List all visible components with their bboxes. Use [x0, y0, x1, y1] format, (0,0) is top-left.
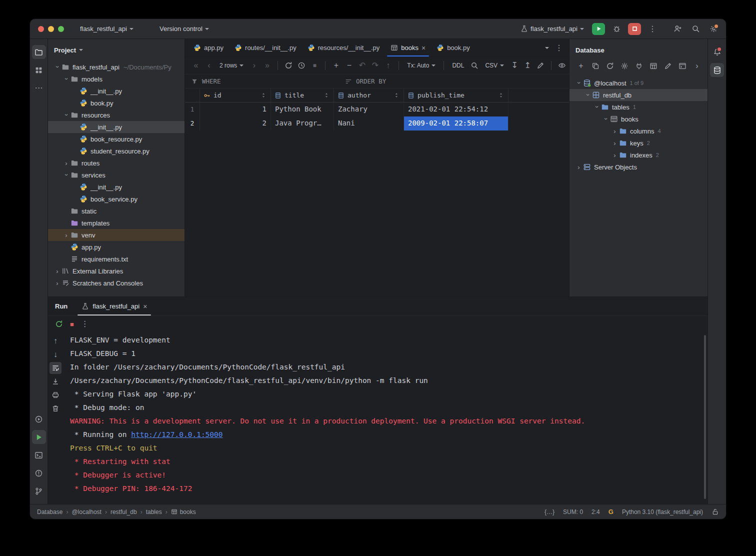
revert-button[interactable]: ↶: [356, 60, 368, 72]
tree-item-tables[interactable]: ›tables1: [570, 101, 708, 113]
page-size-selector[interactable]: 2 rows: [216, 62, 247, 69]
tree-item-server-objects[interactable]: ›Server Objects: [570, 161, 708, 173]
cell-title[interactable]: Java Progr…: [271, 116, 334, 130]
column-header-author[interactable]: author: [334, 88, 404, 102]
problems-tool-window-button[interactable]: [32, 466, 46, 480]
modify-table-button[interactable]: [662, 60, 674, 72]
refresh-button[interactable]: [604, 60, 616, 72]
debug-button[interactable]: [610, 22, 623, 36]
breadcrumb-tables[interactable]: tables: [145, 508, 163, 516]
tree-item-external-libraries[interactable]: ›External Libraries: [48, 265, 184, 277]
editor-tab-book-py[interactable]: book.py: [431, 39, 476, 56]
sort-toggle-icon[interactable]: [393, 92, 400, 98]
chevron-right-icon[interactable]: ›: [53, 280, 62, 287]
cell-publish-time[interactable]: 2009-02-01 22:58:07: [404, 116, 508, 130]
search-everywhere-button[interactable]: [689, 22, 702, 36]
breadcrumb-restful-db[interactable]: restful_db: [110, 508, 138, 516]
tab-options-button[interactable]: ⋮: [555, 44, 563, 52]
soft-wrap-button[interactable]: [50, 362, 62, 374]
delete-row-button[interactable]: −: [343, 60, 355, 72]
chevron-right-icon[interactable]: ›: [610, 140, 619, 147]
tree-item-restful-db[interactable]: ›restful_db: [570, 89, 708, 101]
tree-item-book-service-py[interactable]: book_service.py: [48, 193, 184, 205]
editor-tab-books[interactable]: books×: [385, 39, 431, 56]
tree-item-book-py[interactable]: book.py: [48, 97, 184, 109]
stop-process-button[interactable]: ■: [70, 320, 74, 328]
tree-item-models[interactable]: ›models: [48, 73, 184, 85]
minimize-window-button[interactable]: [48, 26, 54, 32]
tree-item-requirements-txt[interactable]: requirements.txt: [48, 253, 184, 265]
cell-publish-time[interactable]: 2021-02-01 22:54:12: [404, 102, 508, 116]
run-button[interactable]: [592, 23, 605, 35]
project-widget[interactable]: flask_restful_api: [77, 23, 136, 34]
column-header-id[interactable]: id: [200, 88, 271, 102]
cancel-query-button[interactable]: ■: [308, 60, 320, 72]
vcs-widget[interactable]: Version control: [156, 23, 212, 34]
ddl-button[interactable]: DDL: [448, 62, 468, 69]
chevron-right-icon[interactable]: ›: [610, 152, 619, 159]
maximize-window-button[interactable]: [58, 26, 64, 32]
project-tool-window-button[interactable]: [32, 45, 46, 59]
tree-item-app-py[interactable]: app.py: [48, 241, 184, 253]
view-options-button[interactable]: [556, 60, 568, 72]
chevron-down-icon[interactable]: ›: [54, 62, 62, 71]
disconnect-button[interactable]: [634, 60, 644, 72]
tree-item-services[interactable]: ›services: [48, 169, 184, 181]
breadcrumb-localhost[interactable]: @localhost: [70, 508, 102, 516]
tree-item-books[interactable]: ›books: [570, 113, 708, 125]
run-tab-flask-restful-api[interactable]: flask_restful_api ×: [76, 297, 152, 316]
run-tool-window-button[interactable]: [32, 430, 46, 444]
tree-item-static[interactable]: static: [48, 205, 184, 217]
datasource-properties-button[interactable]: [619, 60, 630, 72]
cell-id[interactable]: 1: [200, 102, 271, 116]
tree-item-indexes[interactable]: ›indexes2: [570, 149, 708, 161]
database-tool-window-button[interactable]: [710, 63, 724, 77]
tree-item-init-py[interactable]: __init__.py: [48, 85, 184, 97]
caret-position-widget[interactable]: 2:4: [592, 508, 600, 516]
more-tool-windows-button[interactable]: ⋯: [32, 81, 46, 95]
chevron-down-icon[interactable]: ›: [584, 90, 592, 99]
find-in-grid-button[interactable]: [468, 60, 480, 72]
chevron-down-icon[interactable]: ›: [63, 74, 70, 83]
tree-item-columns[interactable]: ›columns4: [570, 125, 708, 137]
chevron-down-icon[interactable]: ›: [602, 114, 610, 123]
stop-button[interactable]: [628, 23, 641, 35]
tree-item-student-resource-py[interactable]: student_resource.py: [48, 145, 184, 157]
tree-item-init-py[interactable]: __init__.py: [48, 121, 184, 133]
run-more-options-button[interactable]: ⋮: [81, 320, 89, 328]
terminal-tool-window-button[interactable]: [32, 448, 46, 462]
chevron-right-icon[interactable]: ›: [574, 164, 583, 171]
breadcrumb-database[interactable]: Database: [36, 508, 64, 516]
chevron-right-icon[interactable]: ›: [53, 268, 62, 275]
aggregate-widget[interactable]: SUM: 0: [563, 508, 583, 516]
tree-item-scratches-and-consoles[interactable]: ›Scratches and Consoles: [48, 277, 184, 289]
export-format-selector[interactable]: CSV: [482, 62, 508, 69]
previous-page-button[interactable]: ‹: [203, 60, 215, 72]
notifications-button[interactable]: [710, 45, 724, 59]
where-filter-field[interactable]: WHERE: [185, 74, 339, 88]
submit-button[interactable]: ↑: [382, 60, 394, 72]
code-with-me-button[interactable]: [671, 22, 684, 36]
tree-item-resources[interactable]: ›resources: [48, 109, 184, 121]
chevron-right-icon[interactable]: ›: [610, 128, 619, 135]
chevron-down-icon[interactable]: ›: [63, 170, 70, 179]
scroll-to-end-button[interactable]: [50, 376, 62, 388]
editor-tab-routes-init-py[interactable]: routes/__init__.py: [229, 39, 302, 56]
new-table-button[interactable]: [648, 60, 659, 72]
tree-item-venv[interactable]: ›venv: [48, 229, 184, 241]
import-data-button[interactable]: ↥: [522, 60, 534, 72]
editor-tab-app-py[interactable]: app.py: [188, 39, 229, 56]
chevron-down-icon[interactable]: ›: [576, 78, 583, 87]
row-number[interactable]: 1: [185, 102, 200, 116]
lock-icon[interactable]: [712, 508, 719, 516]
editor-tab-resources-init-py[interactable]: resources/__init__.py: [302, 39, 386, 56]
settings-button[interactable]: [707, 22, 720, 36]
python-interpreter-widget[interactable]: Python 3.10 (flask_restful_api): [622, 508, 703, 516]
row-number[interactable]: 2: [185, 116, 200, 130]
tree-item-keys[interactable]: ›keys2: [570, 137, 708, 149]
console-scrollbar[interactable]: [704, 335, 706, 499]
export-data-button[interactable]: ↧: [508, 60, 520, 72]
close-icon[interactable]: ×: [143, 302, 147, 310]
reload-data-button[interactable]: [282, 60, 294, 72]
edit-data-button[interactable]: [534, 60, 546, 72]
